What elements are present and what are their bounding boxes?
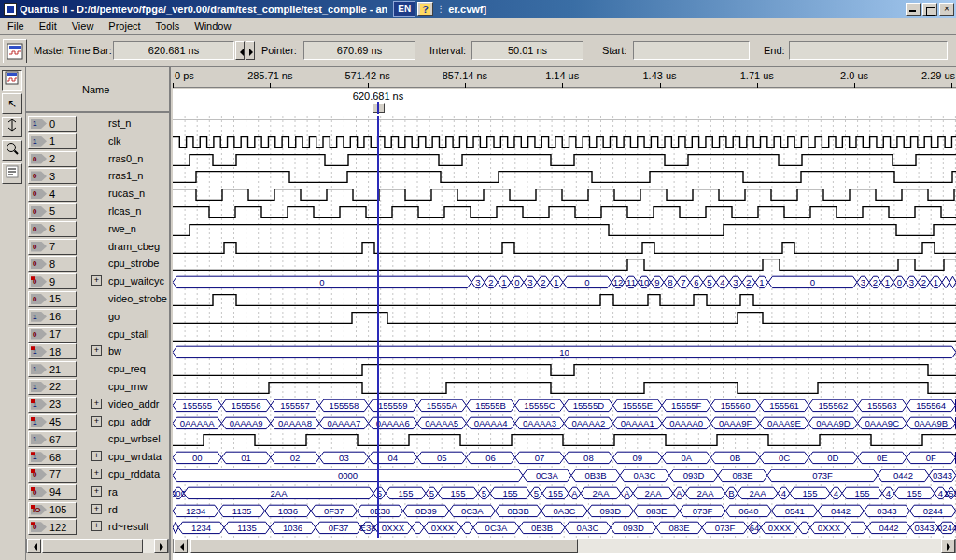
signal-select-button[interactable]: 116 (28, 309, 77, 325)
wave-cpu_addr[interactable]: 0AAAAA0AAAA90AAAA80AAAA70AAAA60AAAA50AAA… (173, 414, 956, 432)
menu-window[interactable]: Window (187, 19, 238, 34)
wave-rwe_n[interactable] (173, 221, 956, 239)
time-bar-tool-icon[interactable] (2, 117, 22, 137)
selection-tool-icon[interactable]: ↖ (2, 93, 22, 114)
time-ruler[interactable]: 0 ps285.71 ns571.42 ns857.14 ns1.14 us1.… (173, 67, 956, 114)
names-horizontal-scrollbar[interactable] (26, 539, 169, 553)
signal-select-button[interactable]: 015 (28, 291, 77, 307)
signal-select-button[interactable]: 017 (28, 327, 77, 343)
wave-cpu_wrdata[interactable]: 000102030405060708090A0B0C0D0E0F (173, 449, 956, 467)
wave-rras0_n[interactable] (173, 151, 956, 169)
wave-rd~result[interactable]: 1234113510360F37E380XXX0XXX0C3A0B3B0A3C0… (173, 519, 956, 537)
close-button[interactable]: × (939, 3, 954, 16)
signal-select-button[interactable]: 167 (28, 431, 77, 447)
master-time-cursor[interactable] (377, 116, 379, 538)
svg-text:0AAAAA: 0AAAAA (180, 418, 216, 428)
scroll-right-icon[interactable] (941, 539, 955, 553)
cursor-band[interactable]: 620.681 ns (173, 89, 956, 114)
signal-select-button[interactable]: 07 (28, 239, 77, 255)
zoom-tool-icon[interactable] (2, 140, 22, 161)
text-tool-icon[interactable] (2, 163, 22, 184)
expand-toggle-icon[interactable]: + (91, 345, 102, 356)
signal-name-label: bw (108, 345, 121, 357)
expand-toggle-icon[interactable]: + (91, 504, 102, 514)
wave-rucas_n[interactable] (173, 186, 956, 203)
scroll-left-icon[interactable] (27, 539, 41, 553)
names-scroll-thumb[interactable] (42, 539, 143, 553)
signal-select-button[interactable]: 123 (28, 397, 77, 413)
maximize-button[interactable] (922, 3, 937, 16)
language-bar-grip-icon[interactable]: ⋮ (436, 4, 445, 14)
menu-view[interactable]: View (64, 19, 102, 34)
master-time-spin-right-icon[interactable] (246, 41, 255, 60)
signal-select-button[interactable]: 10 (28, 116, 77, 132)
wave-dram_cbeg[interactable] (173, 239, 956, 257)
signal-select-button[interactable]: 06 (28, 221, 77, 237)
menu-project[interactable]: Project (101, 19, 148, 34)
wave-cpu_stall[interactable] (173, 327, 956, 344)
signal-select-button[interactable]: 122 (28, 379, 77, 395)
signal-select-button[interactable]: 09 (28, 273, 77, 289)
wave-cpu_waitcyc[interactable]: 03210321012111098765432103210321 (173, 273, 956, 291)
wave-cpu_wrbsel[interactable] (173, 431, 956, 449)
scroll-right-icon[interactable] (154, 539, 168, 553)
wave-go[interactable] (173, 309, 956, 327)
expand-toggle-icon[interactable]: + (91, 399, 102, 409)
wave-cpu_strobe[interactable] (173, 256, 956, 273)
menu-tools[interactable]: Tools (148, 19, 188, 34)
waveform-report-icon[interactable] (3, 39, 27, 63)
signal-select-button[interactable]: IO105 (28, 502, 77, 518)
wave-rlcas_n[interactable] (173, 203, 956, 221)
signal-select-button[interactable]: 145 (28, 414, 77, 430)
signal-select-button[interactable]: 03 (28, 168, 77, 184)
menu-edit[interactable]: Edit (32, 19, 64, 34)
signal-select-button[interactable]: 02 (28, 151, 77, 167)
expand-toggle-icon[interactable]: + (91, 521, 102, 531)
signal-select-button[interactable]: 05 (28, 203, 77, 219)
wave-video_strobe[interactable] (173, 291, 956, 309)
start-field[interactable] (633, 41, 750, 60)
signal-select-button[interactable]: 0122 (28, 519, 77, 535)
time-tick (270, 83, 271, 88)
wave-rst_n[interactable] (173, 116, 956, 133)
waveform-panel[interactable]: 0 ps285.71 ns571.42 ns857.14 ns1.14 us1.… (173, 67, 956, 560)
expand-toggle-icon[interactable]: + (91, 275, 102, 286)
svg-text:1135: 1135 (237, 523, 256, 533)
wave-clk[interactable] (173, 133, 956, 151)
language-indicator[interactable]: EN (393, 1, 415, 17)
signal-select-button[interactable]: 11 (28, 133, 77, 149)
wave-ra[interactable]: 0002AA5155515551555155A2AAA2AAA2AAB2AA41… (173, 484, 956, 502)
master-time-bar-field[interactable]: 620.681 ns (113, 41, 234, 60)
expand-toggle-icon[interactable]: + (91, 486, 102, 497)
wave-cpu_rnw[interactable] (173, 379, 956, 397)
waveform-rows[interactable]: 0321032101211109876543210321032110155555… (173, 116, 956, 538)
signal-select-button[interactable]: 118 (28, 343, 77, 359)
wave-cpu_rddata[interactable]: 00000C3A0B3B0A3C093D083E073F04420343 (173, 467, 956, 484)
wave-horizontal-scrollbar[interactable] (173, 539, 956, 553)
svg-text:0343: 0343 (877, 506, 896, 516)
menu-file[interactable]: File (0, 19, 32, 34)
signal-select-button[interactable]: 121 (28, 361, 77, 377)
signal-select-button[interactable]: 168 (28, 449, 77, 465)
wave-bw[interactable]: 10 (173, 343, 956, 361)
expand-toggle-icon[interactable]: + (91, 451, 102, 461)
waveform-editor-icon[interactable] (2, 70, 22, 91)
signal-select-button[interactable]: 08 (28, 256, 77, 272)
end-field[interactable] (789, 41, 948, 60)
master-time-spin-left-icon[interactable] (235, 41, 245, 60)
scroll-left-icon[interactable] (174, 539, 188, 553)
wave-scroll-thumb[interactable] (190, 539, 578, 553)
minimize-button[interactable] (906, 3, 921, 16)
signal-name-label: rwe_n (108, 223, 136, 234)
signal-select-button[interactable]: 094 (28, 484, 77, 500)
expand-toggle-icon[interactable]: + (91, 416, 102, 427)
svg-text:0A3C: 0A3C (634, 470, 656, 481)
expand-toggle-icon[interactable]: + (91, 469, 102, 479)
language-help-icon[interactable]: ? (417, 2, 433, 16)
wave-cpu_req[interactable] (173, 361, 956, 379)
signal-select-button[interactable]: 04 (28, 186, 77, 202)
signal-select-button[interactable]: 077 (28, 467, 77, 483)
wave-rd[interactable]: 1234113510360F370E380D390C3A0B3B0A3C093D… (173, 502, 956, 520)
wave-video_addr[interactable]: 15555515555615555715555815555915555A1555… (173, 397, 956, 414)
wave-rras1_n[interactable] (173, 168, 956, 186)
